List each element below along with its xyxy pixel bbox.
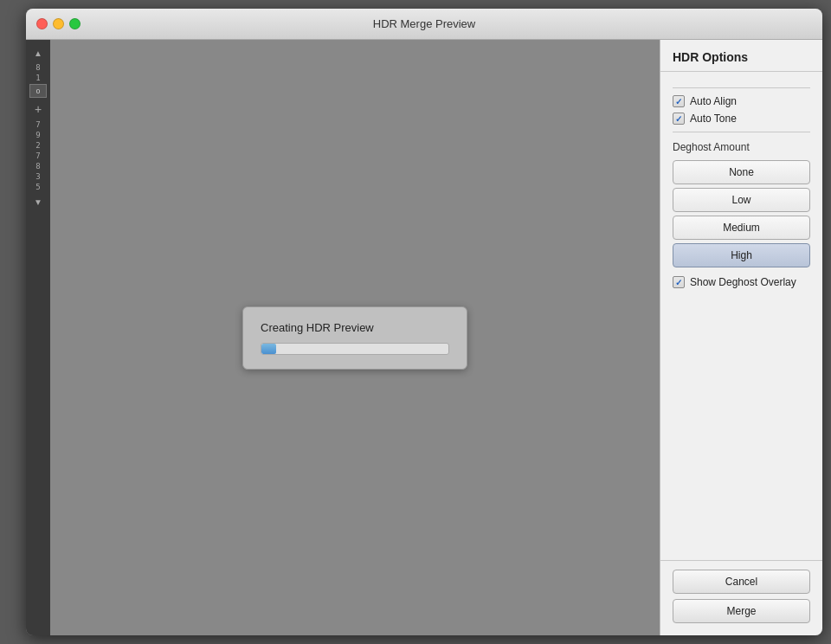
- high-button[interactable]: High: [673, 243, 810, 267]
- none-button[interactable]: None: [673, 160, 810, 184]
- sidebar-num-5: 5: [35, 183, 40, 191]
- window-body: ▲ 8 1 0 + 7 9 2 7 8 3 5 ▼ Creating HDR P…: [26, 40, 822, 635]
- sidebar-num-1: 1: [35, 74, 40, 82]
- close-button[interactable]: [36, 18, 48, 29]
- sidebar-num-3: 3: [35, 172, 40, 181]
- sidebar-box-0[interactable]: 0: [29, 84, 47, 98]
- sidebar-num-8: 8: [35, 63, 40, 72]
- merge-button[interactable]: Merge: [673, 599, 810, 623]
- show-deghost-label: Show Deghost Overlay: [690, 276, 796, 288]
- progress-bar-fill: [261, 344, 276, 354]
- hdr-panel-content: Auto Align Auto Tone Deghost Amount None…: [660, 72, 822, 560]
- preview-area: Creating HDR Preview: [50, 40, 660, 635]
- auto-align-checkbox[interactable]: [673, 95, 685, 107]
- show-deghost-row: Show Deghost Overlay: [673, 276, 810, 288]
- progress-dialog: Creating HDR Preview: [242, 306, 467, 370]
- sidebar-num-7: 7: [35, 120, 40, 129]
- traffic-lights: [36, 18, 81, 29]
- hdr-panel-header: HDR Options: [660, 40, 822, 72]
- window-title: HDR Merge Preview: [373, 17, 475, 30]
- cancel-button[interactable]: Cancel: [673, 570, 810, 594]
- separator-1: [673, 87, 810, 88]
- titlebar: HDR Merge Preview: [26, 9, 822, 40]
- left-sidebar: ▲ 8 1 0 + 7 9 2 7 8 3 5 ▼: [26, 40, 50, 635]
- arrow-up-icon[interactable]: ▲: [30, 45, 46, 61]
- maximize-button[interactable]: [69, 18, 81, 29]
- hdr-panel-footer: Cancel Merge: [660, 560, 822, 635]
- auto-align-label: Auto Align: [690, 95, 737, 107]
- sidebar-num-2: 2: [35, 141, 40, 150]
- arrow-down-icon[interactable]: ▼: [30, 194, 46, 209]
- progress-label: Creating HDR Preview: [261, 321, 449, 334]
- auto-tone-row: Auto Tone: [673, 113, 810, 125]
- main-window: HDR Merge Preview ▲ 8 1 0 + 7 9 2 7 8 3 …: [26, 9, 822, 635]
- sidebar-num-7b: 7: [35, 151, 40, 160]
- sidebar-num-8b: 8: [35, 162, 40, 171]
- deghost-amount-label: Deghost Amount: [673, 141, 810, 153]
- auto-align-row: Auto Align: [673, 95, 810, 107]
- sidebar-plus-icon[interactable]: +: [35, 102, 42, 116]
- progress-bar-container: [261, 343, 449, 355]
- minimize-button[interactable]: [53, 18, 64, 29]
- sidebar-num-9: 9: [35, 131, 40, 139]
- separator-2: [673, 132, 810, 132]
- auto-tone-label: Auto Tone: [690, 113, 737, 125]
- medium-button[interactable]: Medium: [673, 216, 810, 240]
- hdr-panel: HDR Options Auto Align Auto Tone Deghost…: [660, 40, 822, 635]
- hdr-options-title: HDR Options: [673, 50, 810, 64]
- auto-tone-checkbox[interactable]: [673, 113, 685, 125]
- low-button[interactable]: Low: [673, 188, 810, 212]
- show-deghost-checkbox[interactable]: [673, 276, 685, 288]
